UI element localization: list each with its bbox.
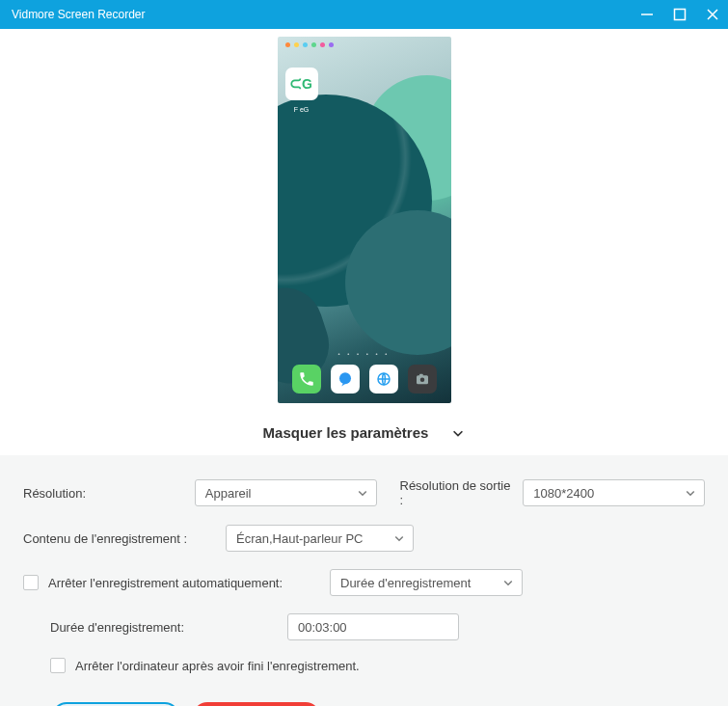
settings-toggle-row: Masquer les paramètres: [0, 417, 728, 455]
chevron-down-icon: [357, 487, 368, 499]
app-title: Vidmore Screen Recorder: [12, 8, 146, 21]
svg-point-1: [339, 372, 351, 384]
toggle-settings-label: Masquer les paramètres: [263, 424, 429, 441]
stop-button[interactable]: Arrêter: [193, 702, 320, 706]
chevron-down-icon: [685, 487, 696, 499]
phone-icon: [292, 365, 321, 394]
svg-point-4: [419, 378, 424, 383]
auto-stop-mode-value: Durée d'enregistrement: [340, 576, 471, 590]
camera-icon: [408, 365, 437, 394]
title-bar: Vidmore Screen Recorder: [0, 0, 728, 29]
shutdown-label: Arrêter l'ordinateur après avoir fini l'…: [75, 659, 360, 673]
content-value: Écran,Haut-parleur PC: [236, 531, 364, 546]
settings-panel: Résolution: Appareil Résolution de sorti…: [0, 455, 728, 694]
message-icon: [331, 365, 360, 394]
footer-bar: Suspendre Arrêter 00:00:11 2.81 MB/82.38…: [0, 694, 728, 706]
phone-app-icon: ᙅG F eG: [285, 68, 318, 100]
output-resolution-value: 1080*2400: [533, 486, 594, 501]
auto-stop-mode-select[interactable]: Durée d'enregistrement: [330, 569, 523, 596]
output-resolution-label: Résolution de sortie :: [400, 478, 514, 507]
phone-page-dots: • • • • • •: [278, 351, 451, 357]
content-label: Contenu de l'enregistrement :: [23, 531, 216, 546]
phone-dock: [278, 365, 451, 394]
duration-label: Durée d'enregistrement:: [50, 620, 278, 635]
minimize-button[interactable]: [639, 7, 655, 22]
window-controls: [639, 7, 720, 22]
toggle-settings-button[interactable]: Masquer les paramètres: [263, 424, 466, 441]
suspend-button[interactable]: Suspendre: [52, 702, 179, 706]
preview-area: ᙅG F eG • • • • • •: [0, 29, 728, 417]
device-preview: ᙅG F eG • • • • • •: [278, 37, 451, 403]
phone-status-bar: [285, 42, 334, 47]
auto-stop-label: Arrêter l'enregistrement automatiquement…: [48, 576, 320, 590]
auto-stop-checkbox[interactable]: [23, 575, 39, 590]
chevron-down-icon: [502, 577, 514, 588]
chevron-down-icon: [393, 532, 405, 544]
resolution-select[interactable]: Appareil: [195, 479, 377, 506]
maximize-button[interactable]: [672, 7, 688, 22]
svg-rect-5: [419, 374, 423, 376]
close-button[interactable]: [705, 7, 720, 22]
duration-value: 00:03:00: [298, 620, 347, 635]
shutdown-checkbox[interactable]: [50, 658, 66, 673]
svg-rect-0: [675, 10, 686, 20]
resolution-label: Résolution:: [23, 486, 185, 501]
phone-app-badge: ᙅG: [290, 76, 312, 93]
output-resolution-select[interactable]: 1080*2400: [523, 479, 705, 506]
chevron-down-icon: [451, 426, 465, 440]
content-select[interactable]: Écran,Haut-parleur PC: [226, 525, 414, 552]
globe-icon: [369, 365, 398, 394]
resolution-value: Appareil: [205, 486, 252, 501]
phone-app-label: F eG: [294, 106, 310, 113]
duration-input[interactable]: 00:03:00: [287, 613, 459, 640]
